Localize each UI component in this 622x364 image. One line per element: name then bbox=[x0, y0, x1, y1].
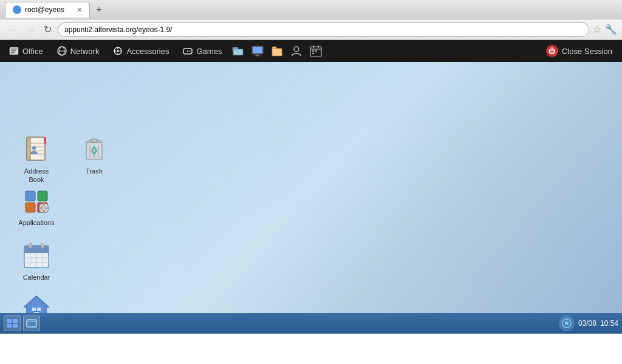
svg-rect-80 bbox=[7, 319, 12, 323]
close-session-button[interactable]: ⏻ Close Session bbox=[539, 42, 620, 59]
bottom-taskbar: 03/08 10:54 bbox=[0, 313, 622, 334]
svg-rect-2 bbox=[11, 50, 16, 52]
svg-point-53 bbox=[41, 206, 46, 211]
svg-rect-83 bbox=[13, 324, 18, 328]
office-icon bbox=[9, 46, 19, 56]
svg-point-8 bbox=[117, 50, 119, 52]
trash-label: Trash bbox=[84, 166, 104, 176]
tab-area: root@eyeos ✕ + bbox=[5, 2, 106, 18]
desktop-icon-address-book[interactable]: AddressBook bbox=[12, 135, 61, 185]
svg-point-87 bbox=[565, 322, 569, 325]
applications-icon-img bbox=[22, 186, 51, 215]
applications-label: Applications bbox=[16, 218, 56, 228]
svg-rect-50 bbox=[38, 191, 47, 201]
date-display: 03/08 bbox=[578, 319, 596, 328]
network-icon bbox=[56, 46, 67, 56]
svg-rect-81 bbox=[13, 319, 18, 323]
address-bar[interactable] bbox=[58, 22, 589, 37]
taskbar-tool-user[interactable] bbox=[287, 42, 306, 59]
taskbar-tool-calendar[interactable] bbox=[307, 42, 325, 59]
svg-rect-32 bbox=[312, 53, 314, 54]
time-display: 10:54 bbox=[600, 319, 618, 328]
office-label: Office bbox=[22, 47, 43, 56]
svg-rect-67 bbox=[41, 243, 44, 248]
svg-rect-66 bbox=[29, 243, 32, 248]
address-book-label: AddressBook bbox=[22, 166, 50, 185]
svg-rect-18 bbox=[233, 49, 243, 55]
taskbar-item-accessories[interactable]: Accessories bbox=[106, 42, 175, 59]
new-tab-button[interactable]: + bbox=[92, 3, 106, 16]
taskbar-tool-filemanager[interactable] bbox=[229, 42, 247, 59]
svg-rect-48 bbox=[26, 191, 35, 201]
calendar-label: Calendar bbox=[21, 272, 52, 282]
taskbar-item-office[interactable]: Office bbox=[2, 42, 49, 59]
desktop-icon-home[interactable]: Home bbox=[12, 292, 61, 313]
desktop-icon-applications[interactable]: Applications bbox=[12, 186, 61, 228]
desktop-icon-calendar[interactable]: Calendar bbox=[12, 241, 61, 282]
home-icon-img bbox=[22, 292, 51, 313]
svg-rect-84 bbox=[27, 320, 36, 327]
close-session-label: Close Session bbox=[562, 47, 612, 56]
browser-toolbar: ← → ↻ ☆ 🔧 bbox=[0, 19, 622, 40]
svg-rect-3 bbox=[11, 52, 15, 53]
address-book-icon-img bbox=[22, 135, 51, 164]
bottom-task-window[interactable] bbox=[23, 315, 40, 331]
eyeos-logo-icon[interactable] bbox=[559, 315, 575, 331]
bottom-right-area: 03/08 10:54 bbox=[559, 315, 618, 331]
svg-rect-30 bbox=[312, 50, 314, 52]
forward-button[interactable]: → bbox=[23, 23, 38, 36]
svg-rect-57 bbox=[46, 207, 49, 209]
svg-rect-34 bbox=[27, 137, 30, 160]
accessories-label: Accessories bbox=[126, 47, 169, 56]
svg-rect-49 bbox=[26, 203, 35, 212]
network-label: Network bbox=[70, 47, 100, 56]
browser-titlebar: root@eyeos ✕ + bbox=[0, 0, 622, 19]
trash-icon-img bbox=[80, 135, 109, 164]
desktop-icon-trash[interactable]: Trash bbox=[70, 135, 118, 176]
svg-rect-1 bbox=[11, 49, 17, 50]
bookmark-button[interactable]: ☆ bbox=[593, 24, 601, 35]
svg-rect-71 bbox=[37, 308, 41, 311]
settings-button[interactable]: 🔧 bbox=[605, 24, 617, 35]
eyeos-taskbar: Office Network Accessories bbox=[0, 40, 622, 62]
taskbar-item-games[interactable]: Games bbox=[176, 42, 228, 59]
svg-point-16 bbox=[190, 51, 191, 52]
svg-marker-68 bbox=[24, 296, 49, 313]
svg-rect-70 bbox=[32, 308, 36, 311]
bottom-task-start[interactable] bbox=[4, 315, 21, 331]
svg-rect-54 bbox=[43, 203, 45, 206]
back-button[interactable]: ← bbox=[5, 23, 19, 36]
svg-rect-56 bbox=[39, 207, 41, 209]
clock-area: 03/08 10:54 bbox=[578, 319, 618, 328]
reload-button[interactable]: ↻ bbox=[41, 22, 54, 36]
taskbar-item-network[interactable]: Network bbox=[50, 42, 106, 59]
taskbar-tool-monitor[interactable] bbox=[248, 42, 267, 59]
svg-rect-22 bbox=[253, 47, 262, 53]
tab-favicon bbox=[13, 5, 21, 14]
accessories-icon bbox=[112, 46, 123, 56]
calendar-icon-img bbox=[22, 241, 51, 270]
close-session-icon: ⏻ bbox=[546, 45, 558, 57]
svg-rect-44 bbox=[91, 139, 97, 142]
taskbar-right: ⏻ Close Session bbox=[539, 42, 620, 59]
browser-tab[interactable]: root@eyeos ✕ bbox=[5, 2, 90, 18]
taskbar-tool-files[interactable] bbox=[268, 42, 286, 59]
svg-rect-55 bbox=[43, 211, 45, 213]
svg-rect-31 bbox=[315, 50, 317, 52]
games-icon bbox=[182, 46, 193, 56]
svg-rect-60 bbox=[24, 251, 49, 253]
svg-point-41 bbox=[32, 146, 36, 150]
games-label: Games bbox=[196, 47, 222, 56]
eyeos-desktop: AddressBook Trash bbox=[0, 62, 622, 313]
svg-rect-69 bbox=[34, 312, 39, 313]
svg-point-25 bbox=[294, 47, 299, 52]
svg-rect-82 bbox=[7, 324, 12, 328]
svg-rect-39 bbox=[44, 137, 46, 143]
tab-label: root@eyeos bbox=[25, 5, 64, 14]
svg-rect-24 bbox=[272, 49, 282, 56]
tab-close-button[interactable]: ✕ bbox=[77, 6, 82, 14]
